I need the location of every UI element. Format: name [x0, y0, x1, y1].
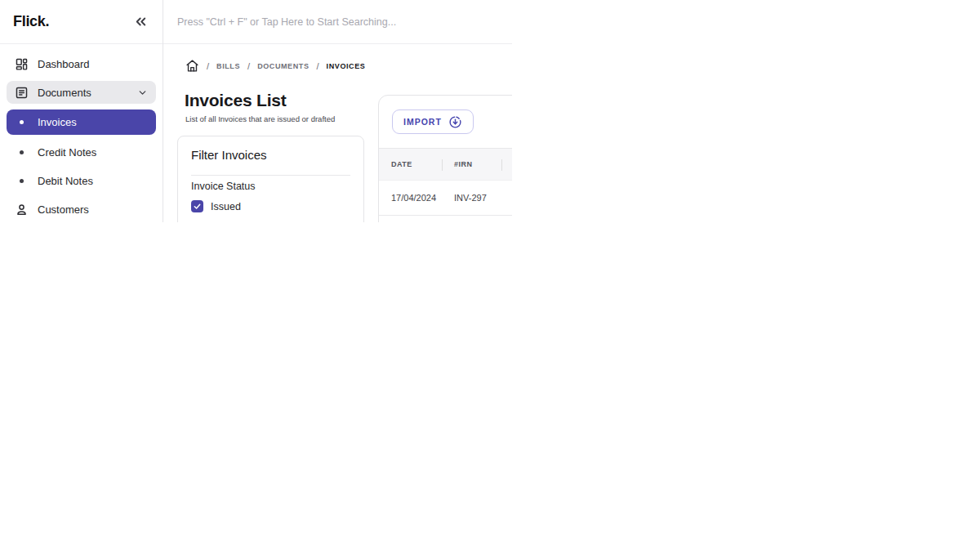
filter-divider: [191, 175, 350, 176]
home-icon[interactable]: [185, 59, 199, 73]
top-search-bar: Press "Ctrl + F" or Tap Here to Start Se…: [163, 0, 512, 44]
column-header-customer[interactable]: C: [501, 149, 512, 180]
import-download-icon: [448, 115, 462, 129]
chevrons-left-icon: [133, 14, 149, 29]
cell-customer: V: [501, 181, 512, 215]
content-column: Press "Ctrl + F" or Tap Here to Start Se…: [163, 0, 512, 222]
documents-icon: [15, 86, 29, 100]
sidebar-item-documents[interactable]: Documents: [7, 81, 156, 104]
sidebar-item-label: Credit Notes: [38, 146, 96, 159]
cell-date: 17/04/2024: [379, 181, 442, 215]
sidebar-header: Flick.: [0, 0, 163, 44]
issued-checkbox-row[interactable]: Issued: [191, 200, 350, 212]
sidebar-item-label: Debit Notes: [38, 175, 93, 187]
page-title: Invoices List: [185, 91, 287, 110]
invoices-table-card: IMPORT DATE #IRN C 17/04/2024: [378, 95, 512, 222]
sidebar: Flick. Dashboa: [0, 0, 163, 222]
app-logo: Flick.: [13, 13, 49, 30]
breadcrumb-item-invoices: INVOICES: [327, 62, 366, 70]
breadcrumb: / BILLS / DOCUMENTS / INVOICES: [185, 59, 365, 73]
breadcrumb-separator: /: [207, 61, 209, 71]
check-icon: [193, 202, 202, 211]
sidebar-item-label: Customers: [38, 203, 89, 216]
sidebar-item-label: Documents: [38, 87, 91, 99]
app-viewport: Flick. Dashboa: [0, 0, 512, 222]
sidebar-item-label: Invoices: [38, 116, 77, 128]
table-header-row: DATE #IRN C: [379, 148, 512, 181]
search-input[interactable]: Press "Ctrl + F" or Tap Here to Start Se…: [177, 16, 396, 28]
invoice-status-label: Invoice Status: [191, 181, 350, 192]
sidebar-nav: Dashboard Documents: [0, 44, 163, 221]
import-button-label: IMPORT: [403, 117, 442, 127]
column-header-irn[interactable]: #IRN: [442, 149, 501, 180]
import-button[interactable]: IMPORT: [392, 109, 474, 134]
bullet-icon: [15, 145, 29, 159]
table-row[interactable]: 17/04/2024 INV-297 V: [379, 181, 512, 216]
dashboard-icon: [15, 57, 29, 71]
user-icon: [15, 203, 29, 217]
table-toolbar: IMPORT: [379, 96, 512, 148]
breadcrumb-item-documents[interactable]: DOCUMENTS: [257, 62, 309, 70]
sidebar-item-invoices[interactable]: Invoices: [7, 109, 156, 135]
filter-panel-title: Filter Invoices: [191, 148, 350, 162]
column-header-date[interactable]: DATE: [379, 149, 442, 180]
issued-checkbox[interactable]: [191, 200, 203, 212]
breadcrumb-separator: /: [317, 61, 319, 71]
breadcrumb-separator: /: [247, 61, 250, 71]
sidebar-item-label: Dashboard: [38, 58, 90, 70]
issued-checkbox-label: Issued: [211, 201, 241, 212]
bullet-icon: [15, 174, 29, 188]
sidebar-item-dashboard[interactable]: Dashboard: [7, 52, 156, 75]
page-subtitle: List of all Invoices that are issued or …: [185, 114, 335, 123]
sidebar-item-debit-notes[interactable]: Debit Notes: [7, 169, 156, 192]
sidebar-collapse-button[interactable]: [131, 13, 149, 31]
chevron-down-icon: [137, 87, 148, 98]
cell-irn: INV-297: [442, 181, 501, 215]
filter-invoices-panel: Filter Invoices Invoice Status Issued: [177, 136, 364, 222]
bullet-icon: [15, 115, 29, 129]
breadcrumb-item-bills[interactable]: BILLS: [216, 62, 240, 70]
sidebar-item-customers[interactable]: Customers: [7, 198, 156, 221]
sidebar-item-credit-notes[interactable]: Credit Notes: [7, 141, 156, 163]
